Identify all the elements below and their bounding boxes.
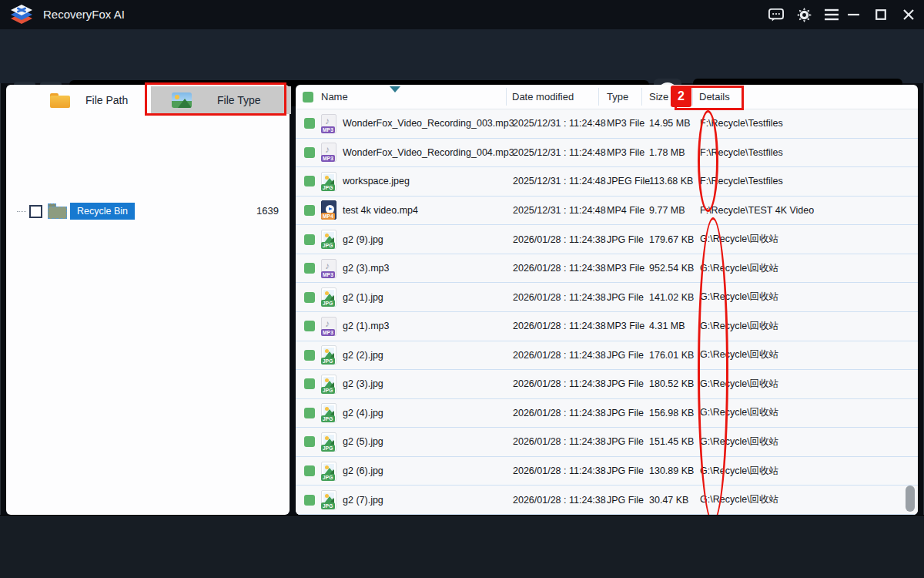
tab-file-path[interactable]: File Path: [8, 86, 149, 114]
file-type: JPG File: [607, 436, 644, 447]
file-size: 30.47 KB: [649, 495, 688, 506]
annotation-step-badge: 2: [671, 86, 691, 107]
row-checkbox[interactable]: [304, 321, 315, 331]
file-type-icon: ♪MP3: [321, 114, 336, 133]
file-details: G:\Recycle\回收站: [700, 465, 778, 478]
table-row[interactable]: JPG g2 (3).jpg 2026/01/28 : 11:24:38 JPG…: [296, 370, 918, 399]
row-checkbox[interactable]: [304, 465, 315, 476]
table-body: ♪MP3 WonderFox_Video_Recording_003.mp3 2…: [296, 109, 918, 515]
row-checkbox[interactable]: [304, 147, 315, 158]
maximize-button[interactable]: [873, 7, 889, 22]
tree-item-label: Recycle Bin: [70, 203, 135, 220]
table-row[interactable]: JPG g2 (1).jpg 2026/01/28 : 11:24:38 JPG…: [296, 283, 918, 312]
file-details: G:\Recycle\回收站: [700, 348, 778, 361]
scrollbar-thumb[interactable]: [906, 486, 915, 512]
row-checkbox[interactable]: [304, 378, 315, 389]
sidebar-panel: File Path File Type Recycle Bin 1639: [6, 85, 290, 515]
tab-file-type-label: File Type: [217, 94, 261, 106]
file-size: 4.31 MB: [649, 321, 685, 331]
file-type: MP3 File: [607, 263, 644, 274]
app-title: RecoveryFox AI: [43, 8, 125, 21]
table-header: Name Date modified Type Size Details: [296, 85, 918, 109]
file-type: MP3 File: [607, 147, 644, 158]
table-row[interactable]: ♪MP3 WonderFox_Video_Recording_003.mp3 2…: [296, 109, 918, 139]
file-type: JPG File: [607, 408, 644, 418]
column-type[interactable]: Type: [607, 91, 628, 102]
file-size: 14.95 MB: [649, 118, 691, 129]
table-row[interactable]: ♪MP3 WonderFox_Video_Recording_004.mp3 2…: [296, 139, 918, 168]
file-date-modified: 2026/01/28 : 11:24:38: [513, 350, 606, 361]
row-checkbox[interactable]: [304, 176, 315, 187]
recoveryfox-window: RecoveryFox AI ← →: [0, 0, 924, 578]
table-row[interactable]: JPG g2 (7).jpg 2026/01/28 : 11:24:38 JPG…: [296, 486, 918, 515]
row-checkbox[interactable]: [304, 292, 315, 303]
row-checkbox[interactable]: [304, 436, 315, 447]
file-type: MP3 File: [607, 118, 644, 129]
row-checkbox[interactable]: [304, 205, 315, 216]
file-date-modified: 2025/12/31 : 11:24:48: [513, 176, 606, 187]
close-button[interactable]: [901, 7, 916, 22]
column-date-modified[interactable]: Date modified: [512, 91, 574, 102]
file-date-modified: 2026/01/28 : 11:24:38: [513, 378, 606, 389]
menu-hamburger-icon[interactable]: [824, 7, 839, 22]
navigation-bar: ← → G:\: [0, 29, 924, 83]
row-checkbox[interactable]: [304, 408, 315, 418]
file-type-icon: ♪MP3: [321, 259, 336, 278]
file-table: Name Date modified Type Size Details ♪MP…: [296, 85, 918, 515]
file-date-modified: 2026/01/28 : 11:24:38: [513, 436, 606, 447]
file-details: G:\Recycle\回收站: [700, 378, 778, 391]
app-logo-icon: [8, 2, 35, 27]
file-type-icon: JPG: [321, 375, 336, 394]
row-checkbox[interactable]: [304, 118, 315, 129]
file-details: F:\Recycle\Testfiles: [700, 147, 783, 158]
column-name[interactable]: Name: [321, 91, 348, 102]
select-all-checkbox[interactable]: [303, 92, 313, 102]
table-row[interactable]: JPG g2 (4).jpg 2026/01/28 : 11:24:38 JPG…: [296, 399, 918, 428]
tab-file-type[interactable]: File Type: [151, 86, 291, 114]
file-size: 9.77 MB: [649, 205, 685, 216]
file-details: G:\Recycle\回收站: [700, 435, 778, 449]
file-size: 1.78 MB: [649, 147, 685, 158]
titlebar: RecoveryFox AI: [0, 0, 924, 29]
tree-item-recycle-bin[interactable]: Recycle Bin: [17, 200, 135, 222]
file-date-modified: 2025/12/31 : 11:24:48: [513, 205, 606, 216]
file-details: G:\Recycle\回收站: [700, 233, 778, 246]
row-checkbox[interactable]: [304, 350, 315, 361]
row-checkbox[interactable]: [304, 234, 315, 245]
table-row[interactable]: JPG g2 (6).jpg 2026/01/28 : 11:24:38 JPG…: [296, 457, 918, 486]
minimize-button[interactable]: [845, 7, 861, 22]
table-row[interactable]: JPG g2 (2).jpg 2026/01/28 : 11:24:38 JPG…: [296, 341, 918, 371]
file-type: JPG File: [607, 495, 644, 506]
column-size[interactable]: Size: [649, 91, 668, 102]
recycle-bin-folder-icon: [47, 203, 68, 220]
file-size: 952.54 KB: [649, 263, 694, 274]
feedback-chat-icon[interactable]: [768, 7, 784, 22]
file-type: JPG File: [607, 465, 644, 476]
file-type-icon: JPG: [321, 462, 336, 481]
file-type: MP4 File: [607, 205, 644, 216]
file-details: F:\Recycle\Testfiles: [700, 176, 783, 187]
file-type-icon: JPG: [321, 287, 336, 307]
file-details: G:\Recycle\回收站: [700, 406, 778, 419]
file-details: G:\Recycle\回收站: [700, 262, 778, 275]
file-size: 113.68 KB: [649, 176, 693, 187]
row-checkbox[interactable]: [304, 263, 315, 274]
tree-connector: [17, 211, 26, 212]
table-row[interactable]: ♪MP3 g2 (1).mp3 2026/01/28 : 11:24:38 MP…: [296, 312, 918, 341]
column-details[interactable]: Details: [699, 91, 730, 102]
row-checkbox[interactable]: [304, 495, 315, 506]
file-size: 130.89 KB: [649, 465, 694, 476]
table-row[interactable]: ♪MP3 g2 (3).mp3 2026/01/28 : 11:24:38 MP…: [296, 254, 918, 284]
settings-gear-icon[interactable]: [796, 7, 812, 22]
file-size: 176.01 KB: [649, 350, 694, 361]
file-type: JPEG File: [607, 176, 650, 187]
table-row[interactable]: JPG g2 (5).jpg 2026/01/28 : 11:24:38 JPG…: [296, 428, 918, 457]
file-details: F:\Recycle\TEST 4K Video: [700, 205, 814, 216]
table-row[interactable]: JPG workspace.jpeg 2025/12/31 : 11:24:48…: [296, 167, 918, 197]
file-details: G:\Recycle\回收站: [700, 493, 778, 506]
sort-arrow-icon[interactable]: [390, 86, 400, 92]
table-row[interactable]: JPG g2 (9).jpg 2026/01/28 : 11:24:38 JPG…: [296, 225, 918, 254]
file-size: 180.52 KB: [649, 378, 694, 389]
tree-checkbox[interactable]: [29, 205, 42, 218]
table-row[interactable]: MP4 test 4k video.mp4 2025/12/31 : 11:24…: [296, 197, 918, 226]
